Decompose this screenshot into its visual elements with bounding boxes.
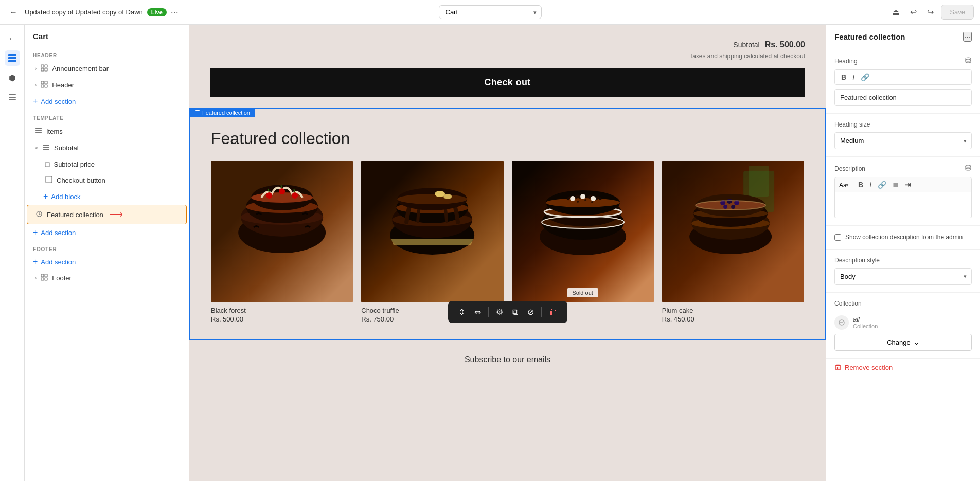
link-button[interactable]: 🔗 [859,72,871,82]
svg-rect-83 [836,366,840,370]
description-style-section: Description style Body Subtitle [826,250,980,293]
nav-icon-layers[interactable] [5,90,20,105]
redo-button[interactable]: ↪ [924,5,937,19]
desc-bold-button[interactable]: B [856,180,865,190]
svg-point-35 [279,188,285,194]
toolbar-hide-button[interactable]: ⊘ [523,305,538,319]
toolbar-delete-button[interactable]: 🗑 [545,306,561,319]
svg-rect-14 [35,128,42,129]
collection-sublabel: Collection [853,323,878,329]
sidebar-item-items[interactable]: Items [27,123,187,139]
sidebar-item-checkout-button[interactable]: Checkout button [27,172,187,188]
sidebar-item-subtotal-price[interactable]: □ Subtotal price [27,156,187,172]
svg-rect-23 [45,274,47,277]
product-card-1[interactable]: Choco truffle Rs. 750.00 [361,161,503,323]
product-image-0 [211,161,353,302]
topbar-more-button[interactable]: ··· [171,7,179,17]
featured-collection-heading: Featured collection [211,129,804,148]
svg-point-48 [443,194,452,199]
product-price-3: Rs. 450.00 [662,315,804,323]
toolbar-settings-button[interactable]: ⚙ [492,305,507,319]
nav-icon-back[interactable]: ← [5,31,20,46]
arrow-indicator: ⟶ [110,209,123,220]
bold-button[interactable]: B [839,72,848,82]
sold-out-badge: Sold out [567,288,598,297]
add-section-button-1[interactable]: + Add section [25,94,189,109]
page-selector[interactable]: Cart [439,5,542,19]
svg-rect-0 [8,54,16,56]
subtotal-label: Subtotal [54,144,79,152]
nav-icon-apps[interactable]: ⬢ [5,70,20,85]
desc-list-button[interactable]: ≣ [890,180,901,190]
products-grid: Black forest Rs. 500.00 [211,161,804,323]
preview-icon[interactable]: ⏏ [889,5,903,19]
checkout-button[interactable]: Check out [210,68,805,97]
product-card-2[interactable]: Sold out Dark chocolate Rs. 600.00 [512,161,654,323]
database-icon [965,57,972,65]
description-input[interactable] [834,192,972,218]
collection-section: Collection all Collection Change ⌄ [826,293,980,359]
toolbar-duplicate-button[interactable]: ⧉ [508,306,522,319]
product-name-0: Black forest [211,307,353,314]
product-image-2: Sold out [512,161,654,302]
svg-rect-15 [35,130,42,131]
svg-rect-17 [43,145,49,146]
subtotal-price-label: Subtotal price [54,161,95,168]
show-collection-desc-checkbox[interactable] [834,234,841,241]
desc-format-toolbar: Aa B I 🔗 ≣ ⇥ [834,177,972,192]
cart-header-area: Subtotal Rs. 500.00 Taxes and shipping c… [189,25,826,108]
svg-point-46 [397,194,467,204]
featured-section-badge: Featured collection [190,108,255,117]
svg-rect-24 [41,278,44,280]
description-style-select[interactable]: Body Subtitle [834,268,972,285]
back-button[interactable]: ← [6,6,21,19]
svg-point-58 [577,201,579,203]
svg-rect-1 [8,57,16,59]
template-group-label: TEMPLATE [25,109,189,123]
show-collection-desc-section: Show collection description from the adm… [826,226,980,250]
save-button[interactable]: Save [941,5,974,20]
heading-size-section: Heading size Medium Small Large [826,114,980,157]
font-size-select[interactable]: Aa [839,182,854,189]
featured-collection-icon [35,210,43,219]
remove-section-button[interactable]: Remove section [826,359,980,377]
product-card-3[interactable]: Plum cake Rs. 450.00 [662,161,804,323]
topbar-right: ⏏ ↩ ↪ Save [547,5,974,20]
collection-info: all Collection [853,315,878,329]
header-group-label: HEADER [25,46,189,60]
toolbar-move-up-button[interactable]: ⇕ [454,305,469,319]
sidebar-item-header[interactable]: › Header [27,77,187,93]
sidebar-item-subtotal[interactable]: ∨ Subtotal [27,140,187,156]
sidebar-item-footer[interactable]: › Footer [27,270,187,286]
toolbar-indent-button[interactable]: ⇔ [470,305,485,319]
add-block-button[interactable]: + Add block [25,189,189,204]
floating-toolbar: ⇕ ⇔ ⚙ ⧉ ⊘ 🗑 [448,301,567,323]
nav-icon-sections[interactable] [5,50,20,66]
left-sidebar: Cart HEADER › Announcement bar › Header … [25,25,189,481]
footer-icon [41,274,48,282]
desc-link-button[interactable]: 🔗 [876,180,888,190]
header-label: Header [52,81,74,89]
right-panel-more-button[interactable]: ⋯ [963,32,972,42]
heading-input[interactable] [834,89,972,106]
add-section-button-2[interactable]: + Add section [25,225,189,240]
heading-size-select[interactable]: Medium Small Large [834,132,972,149]
italic-button[interactable]: I [850,72,857,82]
plus-icon-2: + [43,192,48,201]
right-panel-header: Featured collection ⋯ [826,25,980,49]
svg-rect-22 [41,274,44,277]
add-section-footer-button[interactable]: + Add section [25,254,189,270]
desc-italic-button[interactable]: I [867,180,874,190]
change-collection-button[interactable]: Change ⌄ [834,334,972,351]
product-card-0[interactable]: Black forest Rs. 500.00 [211,161,353,323]
svg-rect-13 [45,85,47,87]
desc-indent-button[interactable]: ⇥ [903,180,913,190]
sidebar-item-announcement-bar[interactable]: › Announcement bar [27,61,187,77]
sidebar-item-featured-collection[interactable]: Featured collection ⟶ [27,205,187,224]
subtotal-row: Subtotal Rs. 500.00 [210,40,805,49]
undo-button[interactable]: ↩ [907,5,920,19]
svg-point-77 [723,205,727,209]
collection-label: Collection [834,300,972,307]
subtotal-price-icon: □ [45,160,49,168]
chevron-right-footer-icon: › [35,275,37,281]
